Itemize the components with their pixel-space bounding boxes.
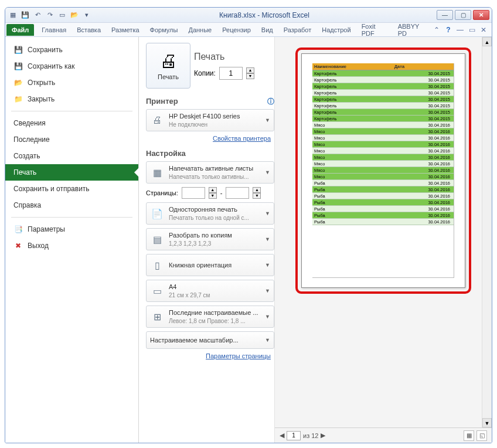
pages-from-up[interactable]: ▲ (209, 187, 217, 193)
table-row: Мясо30.04.2016 (312, 148, 454, 154)
table-row: Мясо30.04.2016 (312, 154, 454, 161)
table-row: Рыба30.04.2016 (312, 193, 454, 199)
open-icon[interactable]: 📂 (69, 10, 80, 21)
page-number-input[interactable] (287, 431, 301, 440)
table-row: Мясо30.04.2016 (312, 167, 454, 174)
tab-foxit[interactable]: Foxit PDF (356, 21, 393, 39)
sidebar-save-as[interactable]: 💾Сохранить как (5, 58, 138, 74)
printer-section-heading: Принтер ⓘ (146, 97, 274, 106)
qat-more-icon[interactable]: ▾ (81, 10, 92, 21)
print-button[interactable]: 🖨 Печать (146, 43, 190, 89)
exit-icon: ✖ (13, 241, 23, 250)
table-row: Мясо30.04.2016 (312, 128, 454, 135)
sidebar-save-send[interactable]: Сохранить и отправить (5, 181, 138, 197)
table-row: Рыба30.04.2016 (312, 219, 454, 225)
table-row: Рыба30.04.2016 (312, 212, 454, 219)
copies-down[interactable]: ▼ (246, 73, 254, 79)
tab-data[interactable]: Данные (183, 24, 217, 36)
margins-selector[interactable]: ⊞ Последние настраиваемые ...Левое: 1,8 … (146, 306, 274, 328)
sidebar-recent[interactable]: Последние (5, 131, 138, 148)
table-row: Картофель30.04.2015 (312, 116, 454, 122)
tab-insert[interactable]: Вставка (72, 24, 106, 36)
tab-view[interactable]: Вид (256, 24, 278, 36)
table-row: Картофель30.04.2015 (312, 70, 454, 77)
help-icon[interactable]: ? (444, 26, 453, 34)
ribbon-collapse-icon[interactable]: ⌃ (432, 26, 441, 34)
print-preview-pane: Наименование Дата Картофель30.04.2015Кар… (275, 37, 492, 443)
new-icon[interactable]: ▭ (57, 10, 67, 21)
paper-size-selector[interactable]: ▭ A421 см x 29,7 см ▼ (146, 280, 274, 302)
table-row: Рыба30.04.2016 (312, 199, 454, 206)
chevron-down-icon: ▼ (265, 288, 270, 294)
sidebar-close[interactable]: 📁Закрыть (5, 91, 138, 107)
undo-icon[interactable]: ↶ (32, 10, 43, 21)
orientation-selector[interactable]: ▯ Книжная ориентация ▼ (146, 254, 274, 276)
preview-scrollbar[interactable]: ▲ ▼ (482, 37, 492, 427)
collate-selector[interactable]: ▤ Разобрать по копиям1,2,3 1,2,3 1,2,3 ▼ (146, 228, 274, 250)
backstage-main: 🖨 Печать Печать Копии: ▲ ▼ (139, 37, 492, 443)
pages-to-up[interactable]: ▲ (253, 187, 261, 193)
zoom-page-button[interactable]: ◱ (476, 430, 487, 441)
tab-developer[interactable]: Разработ (278, 24, 316, 36)
maximize-button[interactable]: ▢ (455, 10, 471, 20)
close-button[interactable]: ✕ (473, 10, 489, 20)
ribbon: Файл Главная Вставка Разметка Формулы Да… (5, 23, 492, 37)
scroll-up-icon[interactable]: ▲ (482, 37, 492, 46)
pages-to-down[interactable]: ▼ (253, 193, 261, 199)
copies-input[interactable] (219, 67, 243, 80)
print-what-selector[interactable]: ▦ Напечатать активные листыНапечатать то… (146, 161, 274, 184)
sidebar-save[interactable]: 💾Сохранить (5, 42, 138, 58)
printer-properties-link[interactable]: Свойства принтера (146, 135, 271, 142)
tab-layout[interactable]: Разметка (106, 24, 145, 36)
tab-file[interactable]: Файл (6, 24, 34, 36)
table-row: Рыба30.04.2016 (312, 180, 454, 186)
duplex-selector[interactable]: 📄 Односторонняя печатьПечатать только на… (146, 202, 274, 225)
tab-abbyy[interactable]: ABBYY PD (393, 21, 432, 39)
copies-up[interactable]: ▲ (246, 67, 254, 73)
tab-review[interactable]: Рецензир (217, 24, 256, 36)
page-setup-link[interactable]: Параметры страницы (146, 352, 271, 359)
pages-from-down[interactable]: ▼ (209, 193, 217, 199)
excel-icon: ▦ (8, 10, 18, 21)
sidebar-exit[interactable]: ✖Выход (5, 237, 138, 254)
scroll-down-icon[interactable]: ▼ (482, 418, 492, 427)
table-row: Мясо30.04.2016 (312, 135, 454, 141)
quick-access-toolbar: ▦ 💾 ↶ ↷ ▭ 📂 ▾ (8, 10, 92, 21)
options-icon: 📑 (13, 225, 23, 234)
tab-formulas[interactable]: Формулы (145, 24, 183, 36)
paper-icon: ▭ (150, 286, 164, 297)
table-row: Рыба30.04.2016 (312, 186, 454, 193)
show-margins-button[interactable]: ▦ (464, 430, 474, 441)
tab-addins[interactable]: Надстрой (316, 24, 356, 36)
ribbon-restore-icon[interactable]: ▭ (467, 26, 476, 34)
pages-label: Страницы: (146, 189, 178, 196)
table-row: Картофель30.04.2015 (312, 96, 454, 103)
prev-page-button[interactable]: ◀ (280, 432, 284, 439)
ribbon-close-icon[interactable]: ✕ (479, 26, 488, 34)
tab-home[interactable]: Главная (36, 24, 72, 36)
chevron-down-icon: ▼ (265, 169, 270, 175)
preview-table: Наименование Дата Картофель30.04.2015Кар… (312, 63, 454, 225)
sidebar-options[interactable]: 📑Параметры (5, 221, 138, 237)
sidebar-help[interactable]: Справка (5, 197, 138, 213)
printer-info-icon[interactable]: ⓘ (267, 97, 274, 107)
table-row: Картофель30.04.2015 (312, 83, 454, 90)
save-icon[interactable]: 💾 (20, 10, 30, 21)
annotation-highlight: Наименование Дата Картофель30.04.2015Кар… (295, 47, 471, 294)
redo-icon[interactable]: ↷ (45, 10, 55, 21)
app-window: ▦ 💾 ↶ ↷ ▭ 📂 ▾ Книга8.xlsx - Microsoft Ex… (5, 7, 492, 443)
pages-to-input[interactable] (226, 187, 249, 199)
ribbon-min-icon[interactable]: — (455, 26, 465, 34)
table-row: Мясо30.04.2016 (312, 174, 454, 180)
sidebar-print[interactable]: Печать (5, 164, 138, 181)
sidebar-info[interactable]: Сведения (5, 115, 138, 131)
copies-label: Копии: (194, 69, 216, 77)
save-as-icon: 💾 (13, 62, 23, 71)
sidebar-new[interactable]: Создать (5, 148, 138, 164)
pages-from-input[interactable] (182, 187, 205, 199)
sidebar-open[interactable]: 📂Открыть (5, 74, 138, 91)
printer-selector[interactable]: 🖨 HP Deskjet F4100 seriesНе подключен ▼ (146, 109, 274, 131)
scaling-selector[interactable]: Настраиваемое масштабир... ▼ (146, 331, 274, 349)
minimize-button[interactable]: — (437, 10, 453, 20)
next-page-button[interactable]: ▶ (321, 432, 325, 439)
